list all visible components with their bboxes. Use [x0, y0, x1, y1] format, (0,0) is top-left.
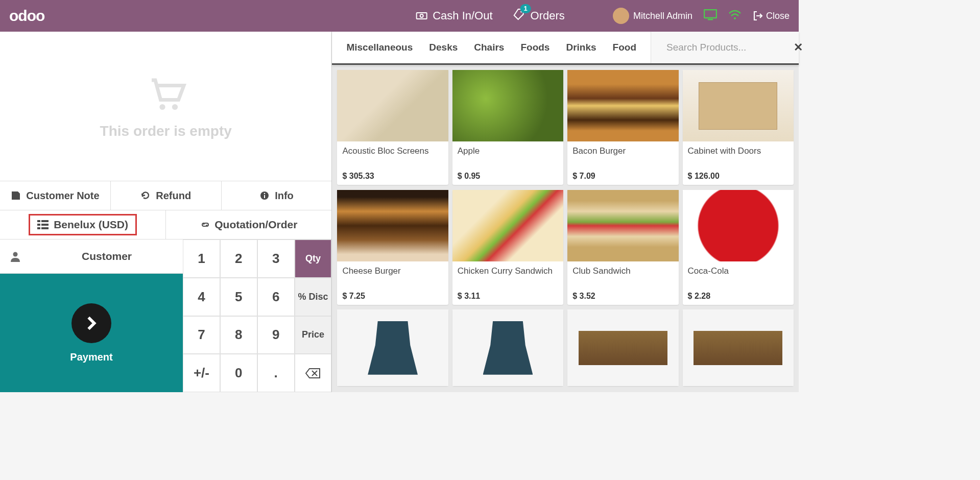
numpad-7[interactable]: 7 — [183, 316, 220, 354]
product-thumb — [683, 190, 794, 261]
svg-rect-4 — [708, 19, 713, 20]
numpad-6[interactable]: 6 — [257, 278, 295, 316]
product-grid: Acoustic Bloc Screens$ 305.33 Apple$ 0.9… — [332, 65, 799, 392]
product-thumb — [567, 190, 678, 261]
search-input[interactable] — [666, 42, 787, 53]
svg-point-10 — [264, 193, 266, 195]
product-thumb — [683, 70, 794, 141]
product-thumb — [337, 70, 448, 141]
orders-badge: 1 — [520, 4, 531, 13]
order-lines-area: This order is empty — [0, 32, 331, 181]
info-button[interactable]: Info — [222, 181, 332, 210]
product-thumb — [683, 309, 794, 386]
wifi-icon[interactable] — [728, 9, 742, 22]
product-card[interactable] — [567, 309, 678, 386]
numpad-mode-qty[interactable]: Qty — [295, 239, 332, 278]
product-card[interactable] — [452, 309, 563, 386]
category-bar: Miscellaneous Desks Chairs Foods Drinks … — [332, 32, 799, 65]
numpad-2[interactable]: 2 — [220, 239, 257, 278]
svg-point-1 — [420, 14, 423, 17]
payment-button[interactable]: Payment — [0, 274, 183, 392]
svg-rect-14 — [37, 224, 40, 226]
customer-button[interactable]: Customer — [31, 250, 183, 262]
odoo-logo: odoo — [9, 7, 44, 25]
empty-order-text: This order is empty — [100, 123, 232, 139]
category-food[interactable]: Food — [613, 42, 636, 53]
svg-rect-17 — [41, 227, 49, 229]
product-card[interactable]: Cheese Burger$ 7.25 — [337, 190, 448, 305]
product-thumb — [567, 70, 678, 141]
svg-point-5 — [734, 17, 736, 19]
svg-rect-12 — [37, 220, 40, 222]
product-card[interactable]: Apple$ 0.95 — [452, 70, 563, 185]
undo-icon — [140, 190, 151, 201]
numpad-dot[interactable]: . — [257, 354, 295, 392]
customer-note-button[interactable]: Customer Note — [0, 181, 111, 210]
backspace-icon — [305, 368, 321, 379]
search-box: ✕ — [651, 32, 799, 63]
numpad-1[interactable]: 1 — [183, 239, 220, 278]
chevron-right-icon — [71, 303, 111, 343]
avatar — [613, 8, 629, 24]
customer-icon — [0, 251, 31, 262]
category-miscellaneous[interactable]: Miscellaneous — [346, 42, 413, 53]
svg-rect-11 — [264, 195, 265, 198]
numpad-sign[interactable]: +/- — [183, 354, 220, 392]
numpad: 1 2 3 Qty 4 5 6 % Disc 7 8 9 Price +/- 0… — [183, 239, 331, 392]
product-card[interactable]: Acoustic Bloc Screens$ 305.33 — [337, 70, 448, 185]
quotation-order-button[interactable]: Quotation/Order — [166, 210, 331, 239]
numpad-3[interactable]: 3 — [257, 239, 295, 278]
svg-point-6 — [159, 104, 165, 110]
pricelist-highlight: Benelux (USD) — [29, 214, 137, 235]
product-thumb — [567, 309, 678, 386]
svg-rect-0 — [416, 13, 426, 19]
svg-rect-15 — [41, 224, 49, 226]
product-thumb — [452, 70, 563, 141]
product-thumb — [337, 309, 448, 386]
app-header: odoo Cash In/Out 1 Orders Mitchell Admin — [0, 0, 799, 32]
numpad-8[interactable]: 8 — [220, 316, 257, 354]
numpad-0[interactable]: 0 — [220, 354, 257, 392]
numpad-backspace[interactable] — [295, 354, 332, 392]
product-thumb — [452, 190, 563, 261]
numpad-9[interactable]: 9 — [257, 316, 295, 354]
product-card[interactable] — [337, 309, 448, 386]
product-card[interactable]: Club Sandwich$ 3.52 — [567, 190, 678, 305]
product-card[interactable]: Coca-Cola$ 2.28 — [683, 190, 794, 305]
product-card[interactable] — [683, 309, 794, 386]
link-icon — [200, 220, 210, 230]
note-icon — [11, 190, 21, 201]
svg-rect-13 — [41, 220, 49, 222]
clear-search-icon[interactable]: ✕ — [794, 41, 803, 54]
category-drinks[interactable]: Drinks — [566, 42, 596, 53]
numpad-mode-price[interactable]: Price — [295, 316, 332, 354]
signout-icon — [753, 11, 763, 21]
pricelist-button[interactable]: Benelux (USD) — [0, 210, 166, 239]
cash-in-out-button[interactable]: Cash In/Out — [415, 9, 492, 22]
monitor-icon[interactable] — [704, 9, 717, 22]
product-card[interactable]: Chicken Curry Sandwich$ 3.11 — [452, 190, 563, 305]
category-foods[interactable]: Foods — [520, 42, 549, 53]
product-panel: Miscellaneous Desks Chairs Foods Drinks … — [332, 32, 799, 392]
order-panel: This order is empty Customer Note Refund… — [0, 32, 332, 392]
cart-icon — [145, 73, 187, 118]
product-card[interactable]: Bacon Burger$ 7.09 — [567, 70, 678, 185]
info-icon — [259, 190, 270, 201]
svg-rect-3 — [704, 10, 716, 18]
numpad-5[interactable]: 5 — [220, 278, 257, 316]
svg-point-18 — [13, 252, 18, 257]
category-desks[interactable]: Desks — [429, 42, 458, 53]
svg-point-7 — [172, 104, 178, 110]
close-button[interactable]: Close — [753, 11, 790, 21]
svg-rect-8 — [12, 191, 20, 200]
product-card[interactable]: Cabinet with Doors$ 126.00 — [683, 70, 794, 185]
category-chairs[interactable]: Chairs — [474, 42, 504, 53]
product-thumb — [452, 309, 563, 386]
refund-button[interactable]: Refund — [111, 181, 222, 210]
numpad-4[interactable]: 4 — [183, 278, 220, 316]
user-menu[interactable]: Mitchell Admin — [613, 8, 692, 24]
numpad-mode-disc[interactable]: % Disc — [295, 278, 332, 316]
product-thumb — [337, 190, 448, 261]
list-icon — [37, 220, 49, 229]
orders-button[interactable]: 1 Orders — [513, 8, 565, 23]
